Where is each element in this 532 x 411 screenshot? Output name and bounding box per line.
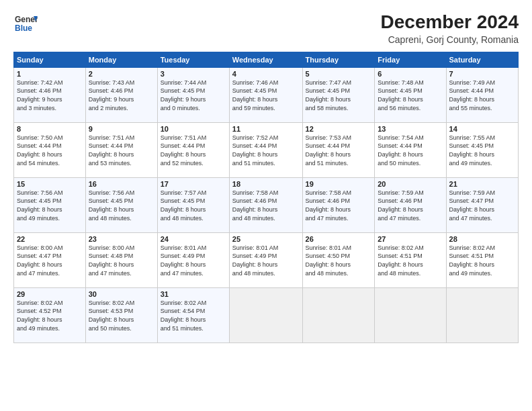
day-info-line: Sunrise: 7:46 AM bbox=[232, 79, 279, 86]
day-info-line: and 56 minutes. bbox=[378, 105, 420, 111]
day-info-line: Daylight: 8 hours bbox=[378, 151, 423, 158]
logo: General Blue bbox=[13, 12, 38, 36]
col-header-friday: Friday bbox=[375, 52, 446, 67]
day-info-line: and 48 minutes. bbox=[161, 215, 204, 222]
col-header-monday: Monday bbox=[85, 52, 157, 67]
day-info-line: Sunrise: 7:51 AM bbox=[89, 134, 135, 141]
day-info: Sunrise: 7:54 AMSunset: 4:44 PMDaylight:… bbox=[378, 134, 443, 167]
day-info-line: Sunrise: 7:48 AM bbox=[378, 79, 424, 86]
day-info-line: Sunrise: 7:51 AM bbox=[161, 134, 207, 141]
day-info-line: Sunset: 4:44 PM bbox=[232, 142, 277, 149]
day-number: 30 bbox=[89, 290, 154, 298]
day-number: 11 bbox=[232, 125, 300, 133]
day-info-line: and 55 minutes. bbox=[449, 105, 492, 111]
day-info-line: Sunset: 4:49 PM bbox=[232, 253, 277, 259]
day-info-line: Sunrise: 7:44 AM bbox=[161, 79, 207, 86]
day-info-line: and 47 minutes. bbox=[161, 270, 204, 277]
day-number: 26 bbox=[306, 235, 372, 243]
day-info: Sunrise: 7:58 AMSunset: 4:46 PMDaylight:… bbox=[306, 189, 372, 222]
day-info-line: and 47 minutes. bbox=[449, 215, 492, 222]
day-info-line: and 47 minutes. bbox=[378, 215, 420, 222]
day-info-line: Sunset: 4:54 PM bbox=[161, 308, 206, 314]
day-info-line: Daylight: 9 hours bbox=[17, 96, 62, 103]
day-info-line: Sunset: 4:45 PM bbox=[161, 197, 206, 204]
day-info-line: and 2 minutes. bbox=[89, 105, 128, 111]
calendar-header-row: SundayMondayTuesdayWednesdayThursdayFrid… bbox=[14, 52, 519, 67]
day-info: Sunrise: 8:02 AMSunset: 4:53 PMDaylight:… bbox=[89, 299, 154, 332]
day-info-line: Sunrise: 7:49 AM bbox=[449, 79, 496, 86]
day-number: 21 bbox=[449, 180, 515, 188]
day-info-line: and 47 minutes. bbox=[89, 270, 132, 277]
day-info-line: Sunset: 4:45 PM bbox=[89, 197, 134, 204]
day-info-line: Sunrise: 7:50 AM bbox=[17, 134, 63, 141]
day-info-line: and 54 minutes. bbox=[17, 160, 60, 167]
day-info-line: Sunrise: 8:01 AM bbox=[232, 244, 279, 251]
day-number: 4 bbox=[232, 70, 300, 78]
day-info-line: Daylight: 8 hours bbox=[89, 206, 134, 213]
day-info-line: and 49 minutes. bbox=[17, 215, 60, 222]
week-row-5: 29Sunrise: 8:02 AMSunset: 4:52 PMDayligh… bbox=[14, 287, 519, 342]
day-info-line: Sunrise: 8:00 AM bbox=[89, 244, 135, 251]
day-info-line: and 59 minutes. bbox=[232, 105, 275, 111]
col-header-tuesday: Tuesday bbox=[157, 52, 229, 67]
calendar-cell: 19Sunrise: 7:58 AMSunset: 4:46 PMDayligh… bbox=[302, 177, 375, 232]
day-info: Sunrise: 7:56 AMSunset: 4:45 PMDaylight:… bbox=[89, 189, 154, 222]
day-number: 31 bbox=[161, 290, 226, 298]
day-number: 24 bbox=[161, 235, 226, 243]
day-number: 5 bbox=[306, 70, 372, 78]
day-number: 17 bbox=[161, 180, 226, 188]
calendar-cell: 25Sunrise: 8:01 AMSunset: 4:49 PMDayligh… bbox=[229, 232, 302, 287]
day-number: 29 bbox=[17, 290, 83, 298]
day-info-line: Sunset: 4:46 PM bbox=[89, 87, 134, 94]
calendar-cell: 29Sunrise: 8:02 AMSunset: 4:52 PMDayligh… bbox=[14, 287, 86, 342]
day-info-line: Sunset: 4:45 PM bbox=[378, 87, 423, 94]
day-info-line: Sunrise: 7:58 AM bbox=[306, 189, 352, 196]
day-number: 12 bbox=[306, 125, 372, 133]
day-number: 8 bbox=[17, 125, 83, 133]
day-info-line: Daylight: 8 hours bbox=[232, 261, 278, 268]
day-info-line: Sunrise: 8:01 AM bbox=[161, 244, 207, 251]
calendar-cell: 4Sunrise: 7:46 AMSunset: 4:45 PMDaylight… bbox=[229, 67, 302, 122]
calendar-cell: 12Sunrise: 7:53 AMSunset: 4:44 PMDayligh… bbox=[302, 122, 375, 177]
col-header-thursday: Thursday bbox=[302, 52, 375, 67]
calendar-table: SundayMondayTuesdayWednesdayThursdayFrid… bbox=[13, 52, 519, 343]
day-info-line: Daylight: 8 hours bbox=[161, 206, 206, 213]
day-info: Sunrise: 7:42 AMSunset: 4:46 PMDaylight:… bbox=[17, 79, 83, 112]
calendar-cell: 15Sunrise: 7:56 AMSunset: 4:45 PMDayligh… bbox=[14, 177, 86, 232]
day-info-line: Sunrise: 7:42 AM bbox=[17, 79, 63, 86]
day-info-line: Daylight: 8 hours bbox=[17, 261, 62, 268]
day-info-line: Sunrise: 8:00 AM bbox=[17, 244, 63, 251]
header: General Blue December 2024 Capreni, Gorj… bbox=[13, 12, 519, 45]
day-info-line: Sunset: 4:44 PM bbox=[306, 142, 351, 149]
day-info: Sunrise: 7:50 AMSunset: 4:44 PMDaylight:… bbox=[17, 134, 83, 167]
day-info-line: Sunrise: 7:56 AM bbox=[89, 189, 135, 196]
day-info-line: and 50 minutes. bbox=[89, 325, 132, 332]
day-number: 25 bbox=[232, 235, 300, 243]
day-info: Sunrise: 8:00 AMSunset: 4:47 PMDaylight:… bbox=[17, 244, 83, 277]
calendar-cell: 24Sunrise: 8:01 AMSunset: 4:49 PMDayligh… bbox=[157, 232, 229, 287]
day-info-line: Sunrise: 8:02 AM bbox=[449, 244, 496, 251]
day-info-line: Daylight: 8 hours bbox=[232, 151, 278, 158]
logo-icon: General Blue bbox=[13, 12, 38, 36]
day-info-line: and 48 minutes. bbox=[378, 270, 420, 277]
day-info-line: Sunrise: 7:59 AM bbox=[449, 189, 496, 196]
calendar-cell: 16Sunrise: 7:56 AMSunset: 4:45 PMDayligh… bbox=[85, 177, 157, 232]
day-info: Sunrise: 7:44 AMSunset: 4:45 PMDaylight:… bbox=[161, 79, 226, 112]
day-number: 7 bbox=[449, 70, 515, 78]
day-info: Sunrise: 8:01 AMSunset: 4:50 PMDaylight:… bbox=[306, 244, 372, 277]
day-info: Sunrise: 7:56 AMSunset: 4:45 PMDaylight:… bbox=[17, 189, 83, 222]
day-info-line: Sunset: 4:48 PM bbox=[89, 253, 134, 259]
calendar-cell: 13Sunrise: 7:54 AMSunset: 4:44 PMDayligh… bbox=[375, 122, 446, 177]
day-info: Sunrise: 8:02 AMSunset: 4:52 PMDaylight:… bbox=[17, 299, 83, 332]
calendar-cell: 28Sunrise: 8:02 AMSunset: 4:51 PMDayligh… bbox=[446, 232, 518, 287]
calendar-cell: 23Sunrise: 8:00 AMSunset: 4:48 PMDayligh… bbox=[85, 232, 157, 287]
col-header-wednesday: Wednesday bbox=[229, 52, 302, 67]
day-info: Sunrise: 7:48 AMSunset: 4:45 PMDaylight:… bbox=[378, 79, 443, 112]
day-number: 18 bbox=[232, 180, 300, 188]
col-header-sunday: Sunday bbox=[14, 52, 86, 67]
day-info: Sunrise: 7:58 AMSunset: 4:46 PMDaylight:… bbox=[232, 189, 300, 222]
calendar-cell: 14Sunrise: 7:55 AMSunset: 4:45 PMDayligh… bbox=[446, 122, 518, 177]
day-info-line: Daylight: 8 hours bbox=[306, 96, 351, 103]
day-number: 16 bbox=[89, 180, 154, 188]
day-info-line: Daylight: 8 hours bbox=[89, 261, 134, 268]
